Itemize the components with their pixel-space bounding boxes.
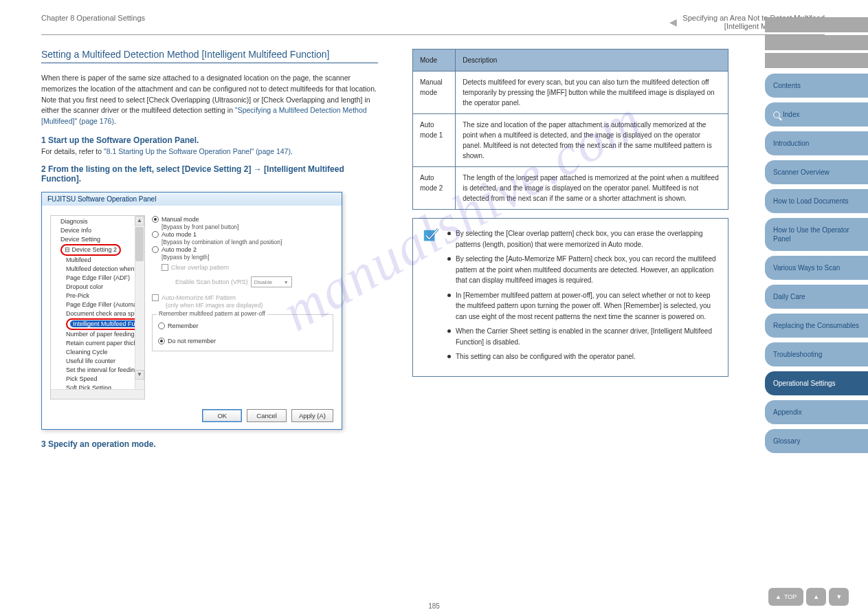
- remember-groupbox: Remember multifeed pattern at power-off …: [152, 314, 333, 351]
- settings-tree[interactable]: DiagnosisDevice InfoDevice Setting⊟ Devi…: [50, 215, 145, 399]
- step-1: 1 Start up the Software Operation Panel.…: [41, 135, 378, 157]
- chevron-down-icon: ▼: [284, 280, 289, 285]
- table-row: Auto mode 1The size and location of the …: [413, 114, 728, 167]
- chevron-up-icon: ▲: [813, 593, 819, 600]
- step-detail: For details, refer to "8.1 Starting Up t…: [41, 146, 378, 157]
- nav-item[interactable]: Daily Care: [765, 285, 868, 309]
- cell-mode: Manual mode: [413, 72, 456, 114]
- tree-item[interactable]: Pick Speed: [52, 375, 143, 384]
- chevron-left-icon[interactable]: ◀: [669, 17, 677, 28]
- col-mode: Mode: [413, 50, 456, 72]
- cell-desc: The length of the longest paper attached…: [456, 167, 728, 210]
- tree-item[interactable]: Device Setting: [52, 235, 143, 244]
- radio-icon: [152, 246, 159, 253]
- tree-item[interactable]: Page Edge Filler (Automatic: [52, 300, 143, 309]
- cell-desc: Detects multifeed for every scan, but yo…: [456, 72, 728, 114]
- radio-icon: [152, 216, 159, 223]
- step1-link[interactable]: "8.1 Starting Up the Software Operation …: [104, 147, 291, 155]
- nav-item[interactable]: How to Load Documents: [765, 189, 868, 213]
- scrollbar-vertical[interactable]: ▲ ▼: [135, 216, 144, 389]
- tree-item[interactable]: Pre-Pick: [52, 292, 143, 300]
- scrollbar-down-icon[interactable]: ▼: [135, 370, 144, 380]
- do-not-remember-radio[interactable]: Do not remember: [158, 337, 327, 345]
- cell-mode: Auto mode 1: [413, 114, 456, 167]
- chapter-label: Chapter 8 Operational Settings: [41, 14, 145, 22]
- nav-item[interactable]: How to Use the Operator Panel: [765, 218, 868, 251]
- nav-gray-bar: [765, 53, 868, 68]
- ok-button[interactable]: OK: [202, 409, 242, 422]
- manual-mode-radio[interactable]: Manual mode: [152, 215, 333, 223]
- mode-table: ModeDescription Manual modeDetects multi…: [412, 49, 728, 210]
- tree-item[interactable]: Dropout color: [52, 283, 143, 292]
- radio-icon: [152, 231, 159, 238]
- auto-mode2-radio[interactable]: Auto mode 2: [152, 245, 333, 254]
- enable-scan-label: Enable Scan button (VRS): [175, 278, 248, 285]
- chevron-down-icon: ▼: [836, 593, 842, 600]
- options-panel: Manual mode [Bypass by front panel butto…: [152, 215, 333, 399]
- tree-item[interactable]: Cleaning Cycle: [52, 348, 143, 357]
- chevron-up-icon: ▲: [775, 593, 781, 600]
- nav-item[interactable]: Index: [765, 102, 868, 127]
- checkbox-icon: [152, 294, 159, 301]
- nav-gray-bar: [765, 35, 868, 50]
- page-up-button[interactable]: ▲: [806, 588, 826, 606]
- radio-icon: [158, 322, 165, 329]
- auto1-hint: [Bypass by combination of length and pos…: [152, 239, 333, 245]
- nav-item[interactable]: Operational Settings: [765, 371, 868, 395]
- nav-item[interactable]: Replacing the Consumables: [765, 314, 868, 338]
- hint-item: This setting can also be configured with…: [447, 351, 717, 362]
- tree-item[interactable]: Diagnosis: [52, 217, 143, 226]
- tree-item[interactable]: Multifeed: [52, 256, 143, 265]
- nav-item[interactable]: Introduction: [765, 131, 868, 155]
- hint-check-icon: [423, 227, 439, 242]
- dialog-titlebar: FUJITSU Software Operation Panel: [42, 193, 342, 206]
- tree-item[interactable]: Retain current paper thickn: [52, 339, 143, 348]
- nav-item[interactable]: Contents: [765, 74, 868, 98]
- cancel-button[interactable]: Cancel: [247, 409, 287, 422]
- tree-item[interactable]: Document check area spe: [52, 309, 143, 318]
- cell-mode: Auto mode 2: [413, 167, 456, 210]
- table-row: Manual modeDetects multifeed for every s…: [413, 72, 728, 114]
- nav-item[interactable]: Appendix: [765, 400, 868, 424]
- scrollbar-thumb[interactable]: [135, 227, 144, 261]
- tree-item[interactable]: Useful life counter: [52, 357, 143, 366]
- nav-item[interactable]: Various Ways to Scan: [765, 256, 868, 280]
- nav-item[interactable]: Glossary: [765, 429, 868, 453]
- footer-nav: ▲TOP ▲ ▼: [768, 588, 868, 606]
- hint-item: By selecting the [Clear overlap pattern]…: [447, 228, 717, 250]
- tree-item[interactable]: Intelligent Multifeed Functio: [52, 318, 143, 330]
- step-number: 1 Start up the Software Operation Panel.: [41, 135, 378, 145]
- tree-item[interactable]: Set the interval for feeding: [52, 366, 143, 375]
- remember-radio[interactable]: Remember: [158, 322, 327, 330]
- page-down-button[interactable]: ▼: [829, 588, 849, 606]
- nav-item[interactable]: Scanner Overview: [765, 160, 868, 184]
- auto-mode1-radio[interactable]: Auto mode 1: [152, 230, 333, 239]
- hint-box: By selecting the [Clear overlap pattern]…: [412, 218, 728, 377]
- tree-item[interactable]: Page Edge Filler (ADF): [52, 274, 143, 283]
- table-row: Auto mode 2The length of the longest pap…: [413, 167, 728, 210]
- scrollbar-horizontal[interactable]: [51, 389, 144, 399]
- tree-item[interactable]: Device Info: [52, 226, 143, 235]
- software-operation-panel-dialog: FUJITSU Software Operation Panel Diagnos…: [41, 192, 342, 430]
- tree-item[interactable]: Number of paper feeding re: [52, 330, 143, 339]
- top-button[interactable]: ▲TOP: [768, 588, 803, 606]
- hint-item: In [Remember multifeed pattern at power-…: [447, 290, 717, 322]
- intro-paragraph: When there is paper of the same size att…: [41, 73, 378, 127]
- enable-scan-combo: Disable▼: [251, 276, 292, 287]
- step-3: 3 Specify an operation mode.: [41, 439, 378, 449]
- tree-item[interactable]: ⊟ Device Setting 2: [52, 244, 143, 256]
- tree-item[interactable]: Multifeed detection when s: [52, 265, 143, 274]
- enable-scan-row: Enable Scan button (VRS) Disable▼: [152, 276, 333, 288]
- search-icon: [773, 111, 780, 118]
- nav-gray-bar: [765, 17, 868, 32]
- section-title: Setting a Multifeed Detection Method [In…: [41, 49, 378, 63]
- apply-button[interactable]: Apply (A): [291, 409, 333, 422]
- auto-mem-hint: (only when MF images are displayed): [152, 302, 333, 309]
- nav-item[interactable]: Troubleshooting: [765, 342, 868, 366]
- cell-desc: The size and location of the paper attac…: [456, 114, 728, 167]
- side-navigation: ContentsIndexIntroductionScanner Overvie…: [765, 17, 868, 458]
- clear-overlap-checkbox: Clear overlap pattern: [152, 263, 333, 272]
- scrollbar-up-icon[interactable]: ▲: [135, 216, 144, 226]
- hint-item: By selecting the [Auto-Memorize MF Patte…: [447, 254, 717, 286]
- groupbox-title: Remember multifeed pattern at power-off: [157, 310, 267, 317]
